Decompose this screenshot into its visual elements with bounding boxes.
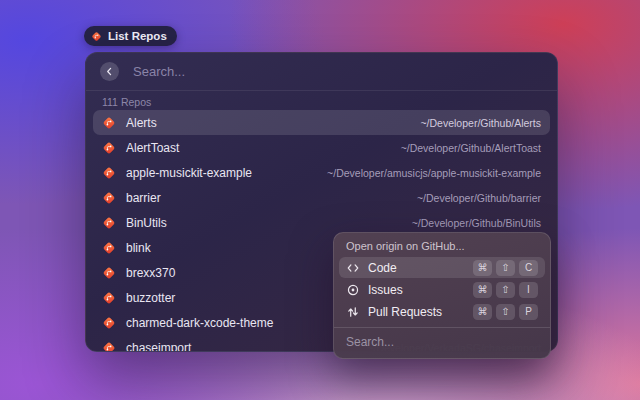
repo-path: ~/Developer/Github/AlertToast bbox=[401, 142, 541, 154]
key-badge: I bbox=[519, 282, 538, 298]
search-bar: Search... bbox=[86, 53, 557, 91]
repo-row[interactable]: barrier~/Developer/Github/barrier bbox=[93, 185, 550, 210]
repo-name: buzzotter bbox=[126, 291, 175, 305]
search-input[interactable]: Search... bbox=[133, 64, 543, 79]
key-badge: ⇧ bbox=[496, 260, 515, 276]
git-repo-icon bbox=[102, 316, 116, 330]
git-repo-icon bbox=[102, 341, 116, 353]
key-badge: C bbox=[519, 260, 538, 276]
key-badge: ⌘ bbox=[473, 282, 492, 298]
section-label: 111 Repos bbox=[93, 94, 550, 110]
action-menu: Open origin on GitHub... Code⌘⇧CIssues⌘⇧… bbox=[333, 232, 551, 359]
repo-path: ~/Developer/Github/Alerts bbox=[420, 117, 541, 129]
pull-request-icon bbox=[346, 305, 360, 319]
action-menu-items: Code⌘⇧CIssues⌘⇧IPull Requests⌘⇧P bbox=[334, 257, 550, 322]
git-repo-icon bbox=[102, 216, 116, 230]
chevron-left-icon bbox=[105, 67, 114, 76]
action-menu-item-pull-requests[interactable]: Pull Requests⌘⇧P bbox=[339, 301, 545, 322]
repo-name: charmed-dark-xcode-theme bbox=[126, 316, 273, 330]
repo-row[interactable]: Alerts~/Developer/Github/Alerts bbox=[93, 110, 550, 135]
git-repo-icon bbox=[102, 116, 116, 130]
git-repo-icon bbox=[91, 31, 102, 42]
repo-path: ~/Developer/Github/barrier bbox=[417, 192, 541, 204]
action-menu-item-issues[interactable]: Issues⌘⇧I bbox=[339, 279, 545, 300]
git-repo-icon bbox=[102, 241, 116, 255]
key-badge: ⌘ bbox=[473, 304, 492, 320]
action-menu-search-input[interactable]: Search... bbox=[334, 328, 550, 351]
repo-name: AlertToast bbox=[126, 141, 179, 155]
shortcut-keys: ⌘⇧C bbox=[473, 260, 538, 276]
desktop: { "launcher_tag": { "label": "List Repos… bbox=[0, 0, 640, 400]
key-badge: P bbox=[519, 304, 538, 320]
issues-icon bbox=[346, 283, 360, 297]
repo-name: barrier bbox=[126, 191, 161, 205]
git-repo-icon bbox=[102, 291, 116, 305]
action-menu-item-code[interactable]: Code⌘⇧C bbox=[339, 257, 545, 278]
back-button[interactable] bbox=[100, 62, 119, 81]
shortcut-keys: ⌘⇧P bbox=[473, 304, 538, 320]
action-menu-item-label: Pull Requests bbox=[368, 305, 442, 319]
command-tag[interactable]: List Repos bbox=[84, 26, 177, 46]
key-badge: ⇧ bbox=[496, 282, 515, 298]
git-repo-icon bbox=[102, 266, 116, 280]
key-badge: ⌘ bbox=[473, 260, 492, 276]
git-repo-icon bbox=[102, 191, 116, 205]
repo-name: blink bbox=[126, 241, 151, 255]
action-menu-item-label: Code bbox=[368, 261, 397, 275]
git-repo-icon bbox=[102, 141, 116, 155]
shortcut-keys: ⌘⇧I bbox=[473, 282, 538, 298]
repo-name: Alerts bbox=[126, 116, 157, 130]
repo-name: BinUtils bbox=[126, 216, 167, 230]
git-repo-icon bbox=[102, 166, 116, 180]
repo-name: apple-musickit-example bbox=[126, 166, 252, 180]
repo-row[interactable]: apple-musickit-example~/Developer/amusic… bbox=[93, 160, 550, 185]
key-badge: ⇧ bbox=[496, 304, 515, 320]
repo-path: ~/Developer/Github/BinUtils bbox=[412, 217, 541, 229]
repo-name: chaseimport bbox=[126, 341, 191, 353]
code-icon bbox=[346, 261, 360, 275]
repo-name: brexx370 bbox=[126, 266, 175, 280]
repo-row[interactable]: AlertToast~/Developer/Github/AlertToast bbox=[93, 135, 550, 160]
command-tag-label: List Repos bbox=[108, 30, 167, 42]
action-menu-item-label: Issues bbox=[368, 283, 403, 297]
repo-path: ~/Developer/amusicjs/apple-musickit-exam… bbox=[327, 167, 541, 179]
action-menu-header: Open origin on GitHub... bbox=[334, 233, 550, 256]
